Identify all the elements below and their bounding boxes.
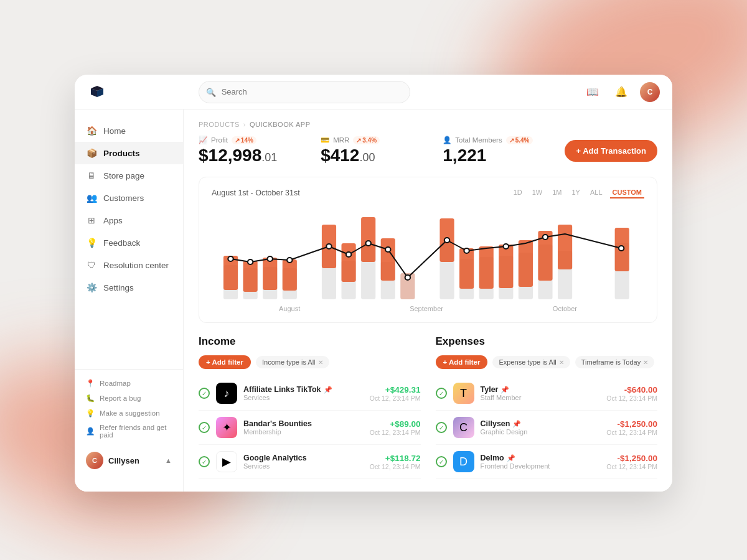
members-badge: ↗ 5.4%	[506, 136, 533, 144]
sidebar-item-label: Resolution center	[103, 261, 169, 270]
svg-point-44	[464, 248, 469, 253]
tf-all[interactable]: ALL	[588, 187, 605, 198]
check-mark-icon: ✓	[439, 390, 444, 397]
mrr-badge: ↗ 3.4%	[353, 136, 380, 144]
store-icon: 🖥	[86, 170, 97, 181]
profit-value: $12,998.01	[199, 146, 296, 166]
app-body: 🏠 Home 📦 Products 🖥 Store page 👥 Custome…	[75, 110, 672, 492]
logo[interactable]	[87, 82, 107, 102]
tx-date: Oct 12, 23:14 PM	[606, 394, 657, 402]
timeframe-filter-remove[interactable]: ✕	[643, 359, 648, 366]
expenses-section: Expenses + Add filter Expense type is Al…	[436, 335, 658, 479]
expenses-filter-row: + Add filter Expense type is All ✕ Timef…	[436, 355, 658, 369]
suggestion-link[interactable]: 💡 Make a suggestion	[75, 406, 183, 421]
expense-type-filter-remove[interactable]: ✕	[559, 359, 564, 366]
check-mark-icon: ✓	[439, 424, 444, 431]
tx-info: Delmo📌 Frontend Development	[481, 454, 601, 470]
sidebar-item-label: Apps	[103, 216, 123, 225]
svg-point-40	[365, 241, 370, 246]
tx-info: Bandar's Bounties Membership	[243, 419, 364, 436]
svg-rect-5	[263, 258, 277, 290]
income-add-filter-button[interactable]: + Add filter	[199, 355, 251, 369]
svg-point-37	[287, 258, 292, 263]
bell-icon[interactable]: 🔔	[611, 82, 631, 102]
tx-check: ✓	[436, 422, 447, 433]
svg-rect-3	[243, 261, 258, 292]
pin-icon: 📌	[512, 420, 521, 428]
sidebar-item-feedback[interactable]: 💡 Feedback	[75, 231, 183, 254]
svg-rect-21	[459, 248, 474, 289]
profit-label: 📈 Profit ↗ 14%	[199, 136, 296, 144]
tf-1y[interactable]: 1Y	[569, 187, 582, 198]
search-input[interactable]	[199, 81, 410, 103]
topbar: 🔍 📖 🔔 C	[75, 75, 672, 110]
resolution-icon: 🛡	[86, 259, 97, 271]
svg-point-46	[543, 235, 548, 240]
sidebar-item-store[interactable]: 🖥 Store page	[75, 164, 183, 187]
tx-amount-wrap: +$118.72 Oct 12, 23:14 PM	[370, 454, 421, 470]
expenses-add-filter-button[interactable]: + Add filter	[436, 355, 488, 369]
sidebar-item-settings[interactable]: ⚙️ Settings	[75, 276, 183, 299]
svg-rect-25	[499, 245, 513, 288]
sidebar-item-label: Settings	[103, 283, 134, 292]
chart-header: August 1st - October 31st 1D 1W 1M 1Y AL…	[212, 187, 644, 198]
tx-amount: +$118.72	[370, 454, 421, 463]
tx-check: ✓	[199, 456, 210, 467]
tf-1d[interactable]: 1D	[511, 187, 525, 198]
tx-date: Oct 12, 23:14 PM	[370, 429, 421, 436]
expenses-title: Expenses	[436, 335, 658, 348]
income-filter-remove[interactable]: ✕	[318, 359, 323, 366]
tx-check: ✓	[436, 456, 447, 467]
settings-icon: ⚙️	[86, 282, 97, 293]
tx-info: Tyler📌 Staff Member	[481, 385, 601, 401]
tx-logo: ✦	[216, 417, 237, 438]
sidebar-item-products[interactable]: 📦 Products	[75, 142, 183, 164]
roadmap-link[interactable]: 📍 Roadmap	[75, 376, 183, 391]
add-transaction-button[interactable]: + Add Transaction	[565, 140, 657, 162]
tx-date: Oct 12, 23:14 PM	[606, 463, 657, 470]
sidebar-item-resolution[interactable]: 🛡 Resolution center	[75, 254, 183, 276]
profit-badge: ↗ 14%	[232, 136, 256, 144]
check-mark-icon: ✓	[439, 459, 444, 465]
tx-name: Affiliate Links TikTok📌	[243, 385, 364, 394]
breadcrumb: PRODUCTS › QUICKBOOK APP	[199, 121, 657, 128]
user-name: Cillysen	[108, 456, 139, 465]
tf-1m[interactable]: 1M	[550, 187, 564, 198]
sidebar-item-apps[interactable]: ⊞ Apps	[75, 209, 183, 231]
svg-point-43	[444, 238, 449, 243]
income-transaction-list: ✓ ♪ Affiliate Links TikTok📌 Services +$4…	[199, 376, 421, 479]
refer-link[interactable]: 👤 Refer friends and get paid	[75, 421, 183, 442]
check-mark-icon: ✓	[202, 390, 207, 397]
svg-point-47	[619, 246, 624, 251]
breadcrumb-current: QUICKBOOK APP	[250, 121, 311, 128]
user-chevron-icon: ▲	[165, 457, 172, 464]
report-bug-link[interactable]: 🐛 Report a bug	[75, 391, 183, 406]
tf-1w[interactable]: 1W	[530, 187, 545, 198]
tx-info: Affiliate Links TikTok📌 Services	[243, 385, 364, 401]
book-icon[interactable]: 📖	[583, 82, 603, 102]
sidebar-item-customers[interactable]: 👥 Customers	[75, 187, 183, 209]
tx-check: ✓	[199, 422, 210, 433]
chart-svg	[212, 206, 644, 302]
pin-icon: 📌	[507, 454, 515, 462]
tx-date: Oct 12, 23:14 PM	[606, 429, 657, 436]
tx-sub: Staff Member	[481, 394, 601, 401]
suggestion-icon: 💡	[86, 409, 95, 418]
svg-point-35	[248, 259, 253, 264]
tx-date: Oct 12, 23:14 PM	[370, 463, 421, 470]
sidebar-item-label: Products	[103, 149, 140, 158]
tx-name: Bandar's Bounties	[243, 419, 364, 428]
sidebar-item-home[interactable]: 🏠 Home	[75, 119, 183, 142]
income-filter-tag: Income type is All ✕	[256, 356, 329, 368]
user-section[interactable]: C Cillysen ▲	[75, 446, 183, 475]
svg-rect-7	[283, 259, 297, 291]
tf-custom[interactable]: CUSTOM	[610, 187, 644, 198]
transaction-item-2: ✓ ▶ Google Analytics Services +$118.72 O…	[199, 445, 421, 479]
user-avatar-button[interactable]: C	[640, 82, 660, 102]
svg-point-36	[268, 256, 273, 261]
timeframe-filter-tag: Timeframe is Today ✕	[575, 356, 654, 368]
mrr-stat: 💳 MRR ↗ 3.4% $412.00	[321, 136, 418, 166]
pin-icon: 📌	[324, 386, 332, 394]
feedback-icon: 💡	[86, 237, 97, 248]
tx-sub: Graphic Design	[481, 428, 601, 436]
